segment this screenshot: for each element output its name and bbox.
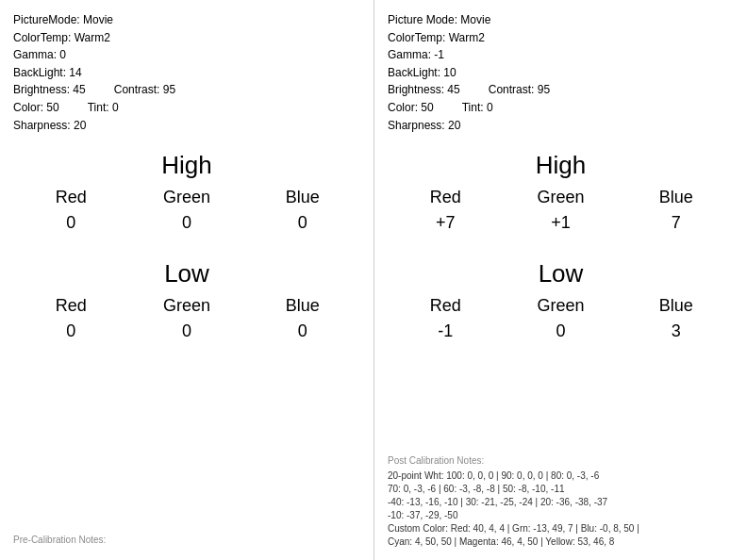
left-sharpness: Sharpness: 20 (13, 117, 360, 135)
left-low-green: Green 0 (154, 296, 220, 341)
right-low-blue-label: Blue (659, 296, 693, 316)
left-setting-3: BackLight: 14 (13, 64, 360, 82)
right-high-green: Green +1 (527, 188, 593, 233)
right-setting-1: ColorTemp: Warm2 (388, 29, 734, 47)
left-low-red-value: 0 (66, 321, 75, 341)
left-high-green-label: Green (163, 188, 210, 207)
right-high-blue: Blue 7 (643, 188, 709, 233)
left-low-red-label: Red (56, 296, 87, 316)
right-setting-0: Picture Mode: Movie (388, 11, 734, 29)
right-panel: Picture Mode: Movie ColorTemp: Warm2 Gam… (374, 0, 747, 560)
right-notes-content: 20-point Wht: 100: 0, 0, 0 | 90: 0, 0, 0… (388, 469, 734, 549)
left-high-green-value: 0 (182, 213, 191, 233)
left-high-green: Green 0 (154, 188, 220, 233)
right-high-red: Red +7 (412, 188, 478, 233)
right-low-blue-value: 3 (672, 321, 681, 341)
right-low-rgb: Red -1 Green 0 Blue 3 (388, 296, 734, 341)
left-setting-0: PictureMode: Movie (13, 11, 360, 29)
right-low-green: Green 0 (527, 296, 593, 341)
right-high-rgb: Red +7 Green +1 Blue 7 (388, 188, 734, 233)
left-color: Color: 50 (13, 99, 59, 117)
left-low-red: Red 0 (38, 296, 104, 341)
right-low-blue: Blue 3 (643, 296, 709, 341)
left-high-red: Red 0 (38, 188, 104, 233)
left-settings-row1: Brightness: 45 Contrast: 95 (13, 81, 360, 99)
left-low-blue-value: 0 (298, 321, 307, 341)
right-high-red-value: +7 (436, 213, 456, 233)
left-high-rgb: Red 0 Green 0 Blue 0 (13, 188, 360, 233)
left-settings-row2: Color: 50 Tint: 0 (13, 99, 360, 117)
right-notes-title: Post Calibration Notes: (388, 454, 734, 468)
left-high-blue-value: 0 (298, 213, 307, 233)
left-settings: PictureMode: Movie ColorTemp: Warm2 Gamm… (13, 11, 360, 134)
right-low-green-value: 0 (556, 321, 565, 341)
left-high-red-value: 0 (66, 213, 75, 233)
left-high-blue-label: Blue (286, 188, 320, 207)
right-high-title: High (388, 151, 734, 180)
right-high-green-value: +1 (551, 213, 571, 233)
right-notes: Post Calibration Notes: 20-point Wht: 10… (388, 454, 734, 549)
right-settings-row2: Color: 50 Tint: 0 (388, 99, 734, 117)
left-tint: Tint: 0 (88, 99, 119, 117)
left-panel: PictureMode: Movie ColorTemp: Warm2 Gamm… (0, 0, 374, 560)
left-high-title: High (13, 151, 360, 180)
left-notes-title: Pre-Calibration Notes: (13, 534, 360, 547)
right-low-title: Low (388, 259, 734, 288)
left-low-green-value: 0 (182, 321, 191, 341)
right-contrast: Contrast: 95 (489, 81, 550, 99)
right-high-blue-value: 7 (672, 213, 681, 233)
right-color: Color: 50 (388, 99, 434, 117)
right-low-red-value: -1 (438, 321, 453, 341)
left-contrast: Contrast: 95 (114, 81, 175, 99)
left-low-blue: Blue 0 (270, 296, 336, 341)
left-setting-2: Gamma: 0 (13, 46, 360, 64)
right-setting-3: BackLight: 10 (388, 64, 734, 82)
right-high-green-label: Green (537, 188, 584, 207)
left-setting-1: ColorTemp: Warm2 (13, 29, 360, 47)
right-setting-2: Gamma: -1 (388, 46, 734, 64)
right-high-blue-label: Blue (659, 188, 693, 207)
right-low-red: Red -1 (412, 296, 478, 341)
right-settings: Picture Mode: Movie ColorTemp: Warm2 Gam… (388, 11, 734, 134)
left-high-red-label: Red (56, 188, 87, 207)
left-low-rgb: Red 0 Green 0 Blue 0 (13, 296, 360, 341)
right-tint: Tint: 0 (462, 99, 493, 117)
right-brightness: Brightness: 45 (388, 81, 460, 99)
left-low-blue-label: Blue (286, 296, 320, 316)
right-low-green-label: Green (537, 296, 584, 316)
right-high-red-label: Red (430, 188, 461, 207)
right-settings-row1: Brightness: 45 Contrast: 95 (388, 81, 734, 99)
left-notes: Pre-Calibration Notes: (13, 534, 360, 549)
left-low-title: Low (13, 259, 360, 288)
right-sharpness: Sharpness: 20 (388, 117, 734, 135)
right-low-red-label: Red (430, 296, 461, 316)
left-high-blue: Blue 0 (270, 188, 336, 233)
left-brightness: Brightness: 45 (13, 81, 86, 99)
left-low-green-label: Green (163, 296, 210, 316)
